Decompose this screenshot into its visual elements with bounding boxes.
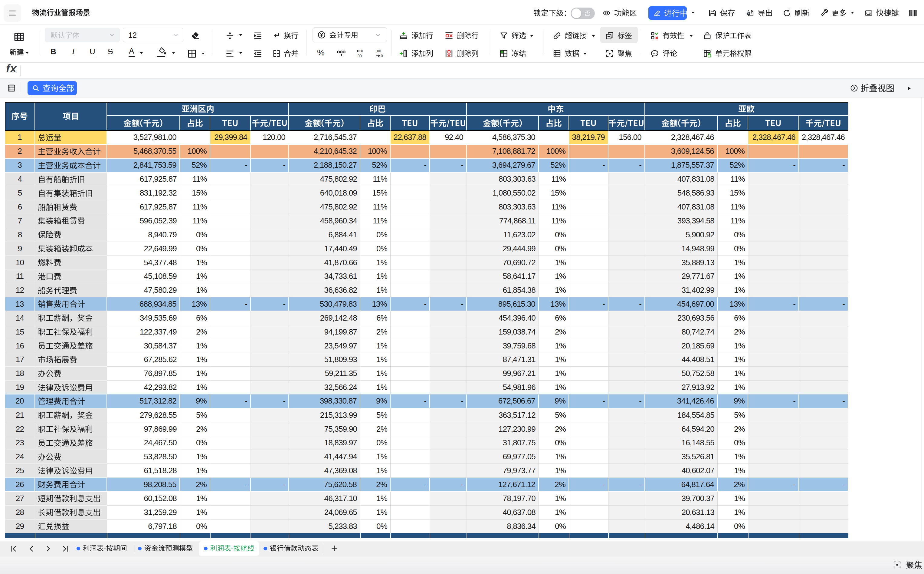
svg-text:.00: .00: [376, 49, 381, 53]
svg-text:0: 0: [381, 54, 383, 58]
svg-text:0: 0: [361, 49, 363, 53]
svg-text:.00: .00: [357, 54, 362, 58]
